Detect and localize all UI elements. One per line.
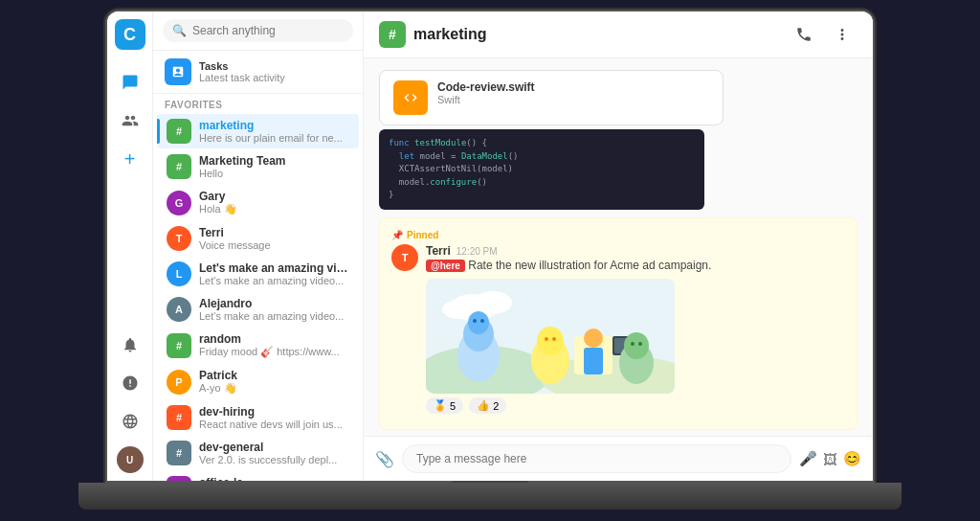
mention-badge[interactable]: @here <box>426 260 465 272</box>
channel-icon-mkt-team: # <box>167 154 191 179</box>
file-icon <box>393 80 428 115</box>
pinned-msg-body: Rate the new illustration for Acme ad ca… <box>468 259 711 272</box>
task-icon <box>165 58 191 85</box>
message-input-area: 📎 🎤 🖼 😊 <box>364 436 873 481</box>
channel-name-patrick: Patrick <box>199 369 349 382</box>
channel-name-gary: Gary <box>199 190 349 203</box>
message-input[interactable] <box>402 444 791 473</box>
messages-area: Code-review.swift Swift func testModule(… <box>364 58 873 436</box>
search-input[interactable] <box>192 24 344 37</box>
channel-info-terri: Terri Voice message <box>199 226 349 251</box>
chat-nav-btn[interactable] <box>113 65 147 100</box>
channel-preview-marketing: Here is our plain email for ne... <box>199 132 349 144</box>
emoji-button[interactable]: 😊 <box>843 450 861 467</box>
pinned-msg-content: Terri 12:20 PM @here Rate the new illust… <box>426 244 845 415</box>
reaction-medal[interactable]: 🏅 5 <box>426 397 463 414</box>
channel-item-office-la[interactable]: # office-la Looking for speakers at the.… <box>157 471 359 481</box>
task-item[interactable]: Tasks Latest task activity <box>153 51 363 94</box>
attach-button[interactable]: 📎 <box>375 450 394 468</box>
channel-name-alejandro: Alejandro <box>199 297 349 310</box>
channel-info-marketing: marketing Here is our plain email for ne… <box>199 119 349 144</box>
bell-nav-btn[interactable] <box>113 328 147 362</box>
channel-preview-alejandro: Let's make an amazing video... <box>199 310 349 322</box>
user-avatar[interactable]: U <box>117 446 144 473</box>
code-line-5: } <box>389 189 695 202</box>
channel-preview-terri: Voice message <box>199 239 349 251</box>
channel-item-marketing[interactable]: # marketing Here is our plain email for … <box>157 114 359 148</box>
channel-name-video: Let's make an amazing vid... <box>199 261 349 275</box>
laptop-base <box>78 483 902 510</box>
add-nav-btn[interactable]: + <box>113 142 147 176</box>
task-text: Tasks Latest task activity <box>199 60 285 83</box>
channel-item-video[interactable]: L Let's make an amazing vid... Let's mak… <box>157 257 359 291</box>
channel-preview-mkt-team: Hello <box>199 168 349 179</box>
channel-panel: 🔍 Tasks Latest task activity FAVORITES <box>153 11 364 481</box>
chat-header: # marketing <box>364 11 873 58</box>
channel-avatar-alejandro: A <box>167 297 191 322</box>
channel-item-mkt-team[interactable]: # Marketing Team Hello <box>157 149 359 184</box>
pin-icon: 📌 <box>391 230 403 240</box>
call-button[interactable] <box>789 19 819 50</box>
app-logo[interactable]: C <box>115 19 145 50</box>
search-icon: 🔍 <box>172 24 187 37</box>
input-actions: 🎤 🖼 😊 <box>799 450 861 467</box>
illustration-image <box>426 279 675 394</box>
channel-item-alejandro[interactable]: A Alejandro Let's make an amazing video.… <box>157 292 359 327</box>
svg-point-19 <box>638 342 642 346</box>
svg-point-23 <box>552 337 556 341</box>
more-options-button[interactable] <box>827 19 858 50</box>
channel-item-terri[interactable]: T Terri Voice message <box>157 221 359 256</box>
svg-point-10 <box>480 319 484 323</box>
globe-nav-btn[interactable] <box>113 404 147 439</box>
channel-item-gary[interactable]: G Gary Hola 👋 <box>157 185 359 220</box>
channel-preview-dev-general: Ver 2.0. is successfully depl... <box>199 454 349 465</box>
channel-name-mkt-team: Marketing Team <box>199 154 349 168</box>
channel-name-random: random <box>199 332 349 346</box>
pinned-text: Pinned <box>407 230 438 240</box>
svg-rect-13 <box>584 348 603 374</box>
file-info: Code-review.swift Swift <box>437 80 709 105</box>
pinned-msg-header: Terri 12:20 PM <box>426 244 845 258</box>
code-preview: func testModule() { let model = DataMode… <box>379 129 704 210</box>
channel-name-terri: Terri <box>199 226 349 239</box>
channel-info-dev-hiring: dev-hiring React native devs will join u… <box>199 405 349 430</box>
svg-point-21 <box>537 327 564 355</box>
pinned-label: 📌 Pinned <box>391 230 845 240</box>
file-card: Code-review.swift Swift <box>379 70 724 125</box>
channel-info-dev-general: dev-general Ver 2.0. is successfully dep… <box>199 441 349 465</box>
channel-icon-office-la: # <box>167 476 191 481</box>
mic-button[interactable]: 🎤 <box>799 450 817 467</box>
channel-avatar-video: L <box>167 261 191 286</box>
svg-point-4 <box>474 291 512 314</box>
reaction-thumbs[interactable]: 👍 2 <box>469 397 506 414</box>
laptop-wrapper: C + U <box>78 11 902 510</box>
svg-point-12 <box>584 328 603 348</box>
channel-icon-random: # <box>167 333 191 358</box>
search-box[interactable]: 🔍 <box>163 19 353 42</box>
gif-button[interactable]: 🖼 <box>823 451 837 467</box>
code-line-4: model.configure() <box>389 176 695 190</box>
file-type: Swift <box>437 94 709 105</box>
chat-title: marketing <box>413 26 781 43</box>
channel-preview-video: Let's make an amazing video... <box>199 275 349 286</box>
channel-info-office-la: office-la Looking for speakers at the... <box>199 476 349 481</box>
channel-info-patrick: Patrick A-yo 👋 <box>199 369 349 395</box>
pinned-message: 📌 Pinned T Terri 12:20 PM <box>379 217 858 431</box>
alert-nav-btn[interactable] <box>113 366 147 400</box>
channel-item-patrick[interactable]: P Patrick A-yo 👋 <box>157 364 359 399</box>
channel-item-dev-general[interactable]: # dev-general Ver 2.0. is successfully d… <box>157 436 359 470</box>
channel-preview-gary: Hola 👋 <box>199 203 349 215</box>
svg-point-17 <box>624 332 649 359</box>
file-message: Code-review.swift Swift func testModule(… <box>379 70 858 210</box>
channel-item-random[interactable]: # random Friday mood 🎸 https://www... <box>157 328 359 363</box>
chat-area: # marketing <box>364 11 873 481</box>
pinned-author: Terri <box>426 244 451 258</box>
contacts-nav-btn[interactable] <box>113 103 147 138</box>
channel-list: # marketing Here is our plain email for … <box>153 113 363 481</box>
svg-point-8 <box>468 311 489 334</box>
channel-name-marketing: marketing <box>199 119 349 132</box>
channel-info-alejandro: Alejandro Let's make an amazing video... <box>199 297 349 322</box>
channel-item-dev-hiring[interactable]: # dev-hiring React native devs will join… <box>157 400 359 435</box>
icon-sidebar: C + U <box>107 11 153 481</box>
pinned-msg-text: @here Rate the new illustration for Acme… <box>426 258 845 274</box>
